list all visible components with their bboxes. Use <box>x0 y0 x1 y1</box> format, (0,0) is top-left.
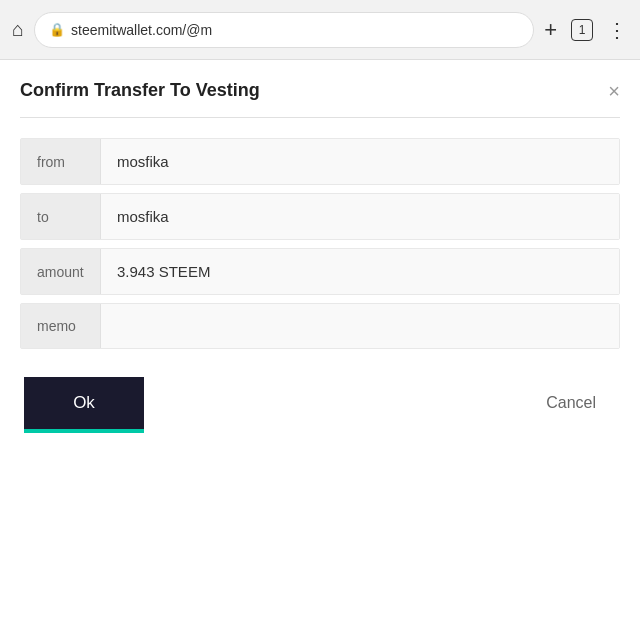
amount-field-row: amount 3.943 STEEM <box>20 248 620 295</box>
modal-title: Confirm Transfer To Vesting <box>20 80 260 101</box>
url-text: steemitwallet.com/@m <box>71 22 519 38</box>
memo-label: memo <box>21 304 101 348</box>
to-value: mosfika <box>101 194 619 239</box>
browser-actions: + 1 ⋮ <box>544 17 628 43</box>
close-button[interactable]: × <box>608 81 620 101</box>
ok-button[interactable]: Ok <box>24 377 144 429</box>
home-icon[interactable]: ⌂ <box>12 18 24 41</box>
url-bar[interactable]: 🔒 steemitwallet.com/@m <box>34 12 534 48</box>
amount-value: 3.943 STEEM <box>101 249 619 294</box>
menu-icon[interactable]: ⋮ <box>607 18 628 42</box>
browser-chrome: ⌂ 🔒 steemitwallet.com/@m + 1 ⋮ <box>0 0 640 60</box>
add-tab-icon[interactable]: + <box>544 17 557 43</box>
lock-icon: 🔒 <box>49 22 65 37</box>
from-field-row: from mosfika <box>20 138 620 185</box>
page-content: Confirm Transfer To Vesting × from mosfi… <box>0 60 640 617</box>
from-value: mosfika <box>101 139 619 184</box>
tab-count[interactable]: 1 <box>571 19 593 41</box>
to-field-row: to mosfika <box>20 193 620 240</box>
cancel-button[interactable]: Cancel <box>526 384 616 422</box>
memo-field-row: memo <box>20 303 620 349</box>
amount-label: amount <box>21 249 101 294</box>
to-label: to <box>21 194 101 239</box>
confirm-transfer-modal: Confirm Transfer To Vesting × from mosfi… <box>0 60 640 459</box>
modal-header: Confirm Transfer To Vesting × <box>20 80 620 118</box>
button-row: Ok Cancel <box>20 377 620 429</box>
from-label: from <box>21 139 101 184</box>
memo-value <box>101 304 619 348</box>
